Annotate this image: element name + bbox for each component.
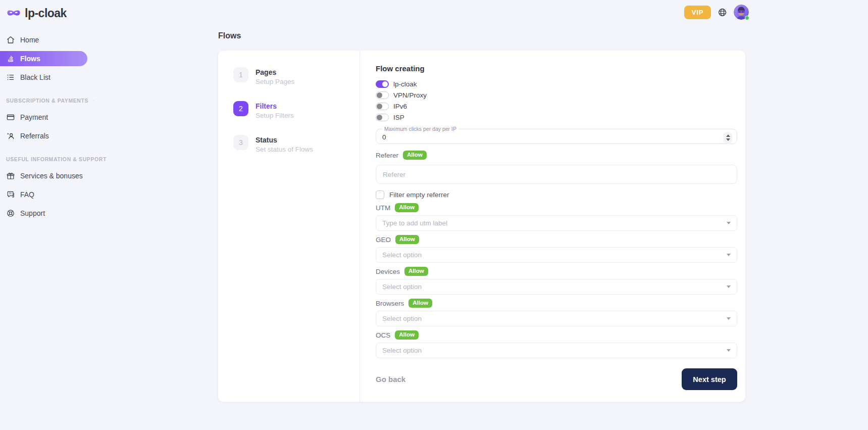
stepper-down-icon[interactable] — [726, 138, 730, 141]
toggle-label: ISP — [393, 114, 404, 121]
stepper-up-icon[interactable] — [726, 134, 730, 137]
avatar[interactable] — [734, 5, 749, 20]
step-status[interactable]: 3 Status Set status of Flows — [233, 135, 351, 153]
max-clicks-label: Maximum clicks per day per IP — [382, 126, 458, 132]
next-step-button[interactable]: Next step — [682, 368, 737, 390]
gift-icon — [6, 171, 15, 180]
number-stepper[interactable] — [724, 132, 732, 144]
ocs-label: OCS — [376, 331, 390, 339]
step-number: 1 — [233, 67, 248, 82]
online-status-dot — [745, 16, 749, 20]
faq-bubble-icon: ?! — [6, 190, 15, 199]
step-title: Status — [256, 135, 313, 144]
sidebar-item-home[interactable]: Home — [0, 32, 87, 47]
utm-select-placeholder: Type to add utm label — [382, 219, 447, 227]
go-back-button[interactable]: Go back — [376, 375, 405, 384]
sidebar-item-label: Support — [20, 209, 45, 217]
form-footer: Go back Next step — [376, 368, 737, 390]
sidebar-item-support[interactable]: Support — [0, 206, 87, 221]
utm-label: UTM — [376, 204, 390, 212]
step-pages[interactable]: 1 Pages Setup Pages — [233, 67, 351, 85]
mask-icon — [7, 8, 21, 19]
step-filters[interactable]: 2 Filters Setup Filters — [233, 101, 351, 119]
credit-card-icon — [6, 113, 15, 122]
step-subtitle: Set status of Flows — [256, 146, 313, 153]
svg-text:?!: ?! — [9, 192, 11, 195]
toggle-label: VPN/Proxy — [393, 91, 427, 99]
step-subtitle: Setup Pages — [256, 78, 294, 85]
referer-allow-badge[interactable]: Allow — [403, 151, 427, 160]
sidebar-item-referrals[interactable]: Referrals — [0, 128, 87, 144]
toggle-label: IPv6 — [393, 103, 407, 110]
sidebar-item-label: Home — [20, 36, 39, 44]
sidebar-item-flows[interactable]: Flows — [0, 51, 87, 66]
home-icon — [6, 35, 15, 44]
browsers-select-placeholder: Select option — [382, 315, 422, 322]
browsers-select[interactable]: Select option — [376, 311, 737, 326]
isp-toggle[interactable] — [376, 114, 389, 121]
globe-icon[interactable] — [718, 8, 727, 17]
section-title: USEFUL INFORMATION & SUPPORT — [6, 156, 107, 162]
sidebar-section-subscription: SUBSCRIPTION & PAYMENTS — [6, 98, 94, 104]
stepper: 1 Pages Setup Pages 2 Filters Setup Filt… — [218, 51, 360, 402]
toggle-row-isp[interactable]: ISP — [376, 113, 737, 121]
filter-empty-referrer-row[interactable]: Filter empty referrer — [376, 190, 737, 199]
toggle-knob — [377, 115, 382, 120]
chevron-down-icon — [727, 254, 731, 256]
brand-logo[interactable]: lp-cloak — [7, 7, 67, 20]
geo-select[interactable]: Select option — [376, 247, 737, 263]
flow-card: 1 Pages Setup Pages 2 Filters Setup Filt… — [218, 51, 745, 402]
browsers-label-row: Browsers Allow — [376, 299, 737, 307]
toggle-row-lp-cloak[interactable]: lp-cloak — [376, 80, 737, 88]
utm-allow-badge[interactable]: Allow — [395, 203, 419, 212]
step-subtitle: Setup Filters — [256, 112, 294, 119]
app-root: lp-cloak VIP — [0, 0, 868, 430]
sidebar-item-label: Services & bonuses — [20, 172, 83, 180]
sidebar-item-label: Payment — [20, 113, 48, 121]
ocs-select[interactable]: Select option — [376, 343, 737, 358]
ipv6-toggle[interactable] — [376, 103, 389, 110]
max-clicks-input[interactable] — [382, 133, 717, 141]
referer-input[interactable] — [376, 165, 737, 184]
lifebuoy-icon — [6, 209, 15, 218]
toggle-row-ipv6[interactable]: IPv6 — [376, 102, 737, 110]
ocs-label-row: OCS Allow — [376, 331, 737, 339]
sidebar-item-label: Referrals — [20, 132, 49, 140]
form-title: Flow creating — [376, 64, 737, 73]
devices-allow-badge[interactable]: Allow — [404, 267, 428, 276]
sidebar-item-payment[interactable]: Payment — [0, 110, 87, 125]
geo-allow-badge[interactable]: Allow — [395, 235, 419, 244]
vpn-proxy-toggle[interactable] — [376, 91, 389, 99]
chevron-down-icon — [727, 317, 731, 320]
page-title: Flows — [218, 31, 241, 40]
toggle-row-vpn-proxy[interactable]: VPN/Proxy — [376, 91, 737, 99]
filters-form: Flow creating lp-cloak VPN/Proxy IPv6 IS… — [360, 51, 745, 402]
lp-cloak-toggle[interactable] — [376, 80, 389, 88]
sidebar-section-support: USEFUL INFORMATION & SUPPORT — [6, 156, 94, 162]
geo-label-row: GEO Allow — [376, 235, 737, 244]
topbar: VIP — [684, 4, 749, 21]
vip-button[interactable]: VIP — [684, 6, 711, 19]
devices-select[interactable]: Select option — [376, 279, 737, 295]
max-clicks-field: Maximum clicks per day per IP — [376, 126, 737, 144]
chevron-down-icon — [727, 349, 731, 352]
step-number: 2 — [233, 101, 248, 116]
chevron-down-icon — [727, 222, 731, 224]
devices-label-row: Devices Allow — [376, 267, 737, 275]
flows-icon — [6, 54, 15, 63]
ocs-select-placeholder: Select option — [382, 347, 422, 354]
sidebar-item-label: Black List — [20, 73, 50, 81]
browsers-allow-badge[interactable]: Allow — [409, 299, 432, 308]
sidebar-item-services[interactable]: Services & bonuses — [0, 168, 87, 183]
referer-label-row: Referer Allow — [376, 151, 737, 159]
step-title: Filters — [256, 101, 294, 110]
sidebar-item-faq[interactable]: ?! FAQ — [0, 187, 87, 202]
sidebar: Home Flows Black List — [0, 32, 101, 224]
geo-select-placeholder: Select option — [382, 251, 422, 259]
sidebar-item-label: Flows — [20, 55, 40, 63]
sidebar-item-black-list[interactable]: Black List — [0, 70, 87, 85]
filter-empty-referrer-checkbox[interactable] — [376, 190, 384, 199]
ocs-allow-badge[interactable]: Allow — [395, 330, 419, 340]
utm-select[interactable]: Type to add utm label — [376, 215, 737, 231]
toggle-label: lp-cloak — [393, 80, 417, 88]
